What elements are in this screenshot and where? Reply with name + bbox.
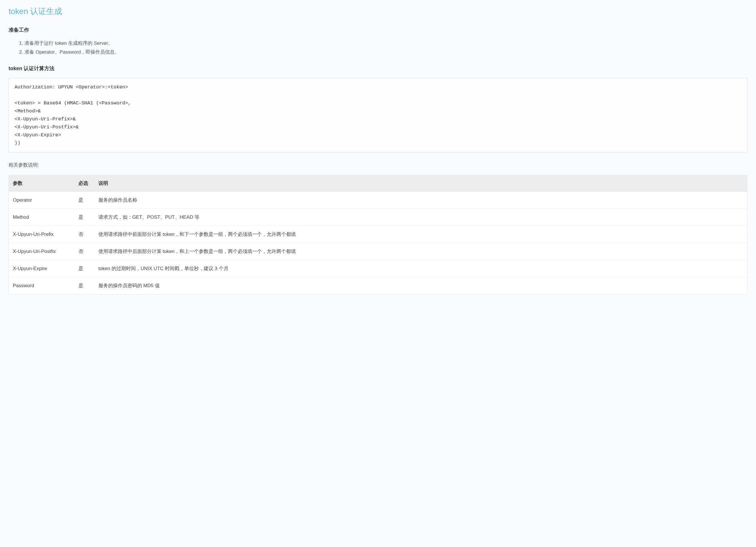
table-row: X-Upyun-Expire 是 token 的过期时间，UNIX UTC 时间… <box>9 260 747 277</box>
calc-heading: token 认证计算方法 <box>9 64 747 73</box>
cell-param: Password <box>9 277 74 294</box>
th-required: 必选 <box>74 176 94 191</box>
cell-param: X-Upyun-Expire <box>9 260 74 277</box>
table-row: X-Upyun-Uri-Prefix 否 使用请求路径中前面部分计算 token… <box>9 226 747 243</box>
cell-param: X-Upyun-Uri-Postfix <box>9 243 74 260</box>
cell-required: 否 <box>74 243 94 260</box>
page-title: token 认证生成 <box>9 0 747 18</box>
table-row: Operator 是 服务的操作员名称 <box>9 191 747 209</box>
param-table: 参数 必选 说明 Operator 是 服务的操作员名称 Method 是 请求… <box>9 175 747 294</box>
cell-required: 是 <box>74 191 94 209</box>
th-desc: 说明 <box>94 176 747 191</box>
prep-steps-list: 准备用于运行 token 生成程序的 Server。 准备 Operator、P… <box>25 39 747 56</box>
cell-param: X-Upyun-Uri-Prefix <box>9 226 74 243</box>
cell-desc: 服务的操作员密码的 MD5 值 <box>94 277 747 294</box>
prep-step-item: 准备用于运行 token 生成程序的 Server。 <box>25 39 747 47</box>
cell-desc: 服务的操作员名称 <box>94 191 747 209</box>
cell-desc: 使用请求路径中前面部分计算 token，和下一个参数是一组，两个必须填一个，允许… <box>94 226 747 243</box>
cell-param: Operator <box>9 191 74 209</box>
cell-required: 是 <box>74 260 94 277</box>
prep-heading: 准备工作 <box>9 26 747 34</box>
cell-desc: 请求方式，如：GET、POST、PUT、HEAD 等 <box>94 209 747 226</box>
table-header-row: 参数 必选 说明 <box>9 176 747 191</box>
cell-desc: token 的过期时间，UNIX UTC 时间戳，单位秒，建议 3 个月 <box>94 260 747 277</box>
cell-required: 是 <box>74 277 94 294</box>
cell-required: 是 <box>74 209 94 226</box>
cell-required: 否 <box>74 226 94 243</box>
code-block: Authorization: UPYUN <Operator>:<token> … <box>9 78 747 153</box>
table-row: Password 是 服务的操作员密码的 MD5 值 <box>9 277 747 294</box>
cell-param: Method <box>9 209 74 226</box>
table-row: Method 是 请求方式，如：GET、POST、PUT、HEAD 等 <box>9 209 747 226</box>
th-param: 参数 <box>9 176 74 191</box>
cell-desc: 使用请求路径中后面部分计算 token，和上一个参数是一组，两个必须填一个，允许… <box>94 243 747 260</box>
table-row: X-Upyun-Uri-Postfix 否 使用请求路径中后面部分计算 toke… <box>9 243 747 260</box>
prep-step-item: 准备 Operator、Password，即操作员信息。 <box>25 48 747 56</box>
param-intro: 相关参数说明: <box>9 161 747 169</box>
